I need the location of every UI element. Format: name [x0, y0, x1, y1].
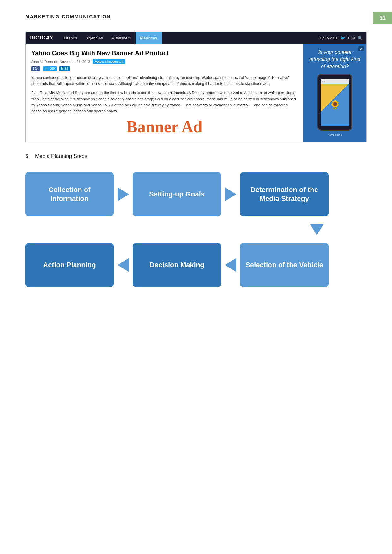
- page-header: MARKETING COMMUNICATION: [25, 14, 111, 19]
- nav-item-agencies[interactable]: Agencies: [81, 32, 107, 44]
- social-bar: f 24 🐦 209 in 12: [31, 66, 298, 71]
- article-main: Yahoo Goes Big With New Banner Ad Produc…: [26, 44, 303, 142]
- banner-ad-text: Banner Ad: [31, 117, 298, 136]
- vertical-arrow-container: [25, 224, 367, 235]
- nav-follow-area: Follow Us 🐦 f ⊞ 🔍: [320, 36, 363, 40]
- article-meta: John McDermott | November 21, 2013 Follo…: [31, 59, 298, 64]
- arrow-down-icon: [310, 224, 324, 235]
- li-icon: in: [61, 67, 64, 70]
- expand-icon[interactable]: ⤢: [358, 46, 364, 51]
- flow-diagram: Collection of Information Setting-up Goa…: [25, 172, 367, 287]
- nav-item-brands[interactable]: Brands: [60, 32, 81, 44]
- arrow-right-icon-2: [225, 187, 236, 201]
- search-icon[interactable]: 🔍: [358, 36, 363, 40]
- flow-row-1: Collection of Information Setting-up Goa…: [25, 172, 367, 216]
- section-title: Media Planning Steps: [35, 153, 87, 159]
- flow-box-collection: Collection of Information: [25, 172, 114, 216]
- phone-screen-top: [321, 79, 349, 84]
- tw-count: 209: [50, 67, 55, 70]
- sidebar-ad-text: Is your content attracting the right kin…: [308, 49, 361, 70]
- article-title: Yahoo Goes Big With New Banner Ad Produc…: [31, 49, 298, 57]
- phone-mockup: 🌻: [317, 74, 352, 131]
- arrow-3: [114, 258, 133, 272]
- arrow-right-icon: [118, 187, 129, 201]
- article-area: Yahoo Goes Big With New Banner Ad Produc…: [26, 44, 366, 142]
- arrow-left-icon: [118, 258, 129, 272]
- phone-dot-2: [324, 81, 325, 82]
- follow-button[interactable]: Follow @modermott: [93, 59, 125, 64]
- article-para-2: Fiat, Relativity Media and Sony are amon…: [31, 90, 298, 114]
- flow-box-strategy: Determination of the Media Strategy: [240, 172, 329, 216]
- sidebar-advertising-label: Advertising: [328, 133, 342, 136]
- phone-image: 🌻: [321, 84, 349, 126]
- facebook-icon[interactable]: f: [348, 36, 349, 40]
- phone-dot-1: [322, 81, 323, 82]
- flow-row-2: Action Planning Decision Making Selectio…: [25, 243, 367, 287]
- tw-icon: 🐦: [45, 67, 49, 70]
- sunflower-icon: 🌻: [329, 100, 341, 110]
- phone-screen: 🌻: [321, 79, 349, 126]
- arrow-4: [221, 258, 240, 272]
- page-number: 11: [373, 12, 392, 24]
- article-body: Yahoo continued its long tradition of co…: [31, 75, 298, 114]
- arrow-2: [221, 187, 240, 201]
- article-sidebar: ⤢ Is your content attracting the right k…: [303, 44, 366, 142]
- twitter-icon[interactable]: 🐦: [340, 36, 345, 40]
- fb-count: 24: [35, 67, 39, 70]
- arrow-1: [114, 187, 133, 201]
- facebook-share[interactable]: f 24: [31, 66, 40, 71]
- nav-item-publishers[interactable]: Publishers: [107, 32, 136, 44]
- rss-icon[interactable]: ⊞: [352, 36, 355, 40]
- nav-item-platforms[interactable]: Platforms: [136, 32, 162, 44]
- section-number: 6.: [25, 153, 30, 159]
- section-heading: 6. Media Planning Steps: [25, 153, 367, 160]
- flow-box-decision: Decision Making: [133, 243, 221, 287]
- linkedin-share[interactable]: in 12: [59, 66, 70, 71]
- flow-box-action: Action Planning: [25, 243, 114, 287]
- article-author: John McDermott | November 21, 2013: [31, 60, 90, 63]
- twitter-share[interactable]: 🐦 209: [43, 66, 57, 71]
- browser-mockup: DIGIDAY Brands Agencies Publishers Platf…: [25, 32, 367, 142]
- li-count: 12: [64, 67, 68, 70]
- fb-icon: f: [33, 67, 34, 70]
- article-para-1: Yahoo continued its long tradition of co…: [31, 75, 298, 87]
- nav-items: Brands Agencies Publishers Platforms: [60, 32, 320, 44]
- arrow-left-icon-2: [225, 258, 236, 272]
- nav-bar: DIGIDAY Brands Agencies Publishers Platf…: [26, 32, 366, 44]
- flow-box-goals: Setting-up Goals: [133, 172, 221, 216]
- nav-logo[interactable]: DIGIDAY: [29, 35, 53, 41]
- flow-box-vehicle: Selection of the Vehicle: [240, 243, 329, 287]
- follow-us-label: Follow Us: [320, 36, 338, 40]
